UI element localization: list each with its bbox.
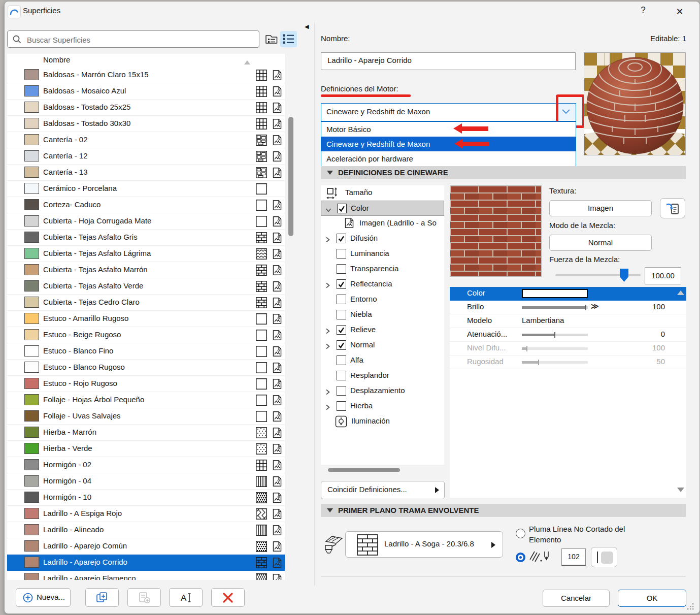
search-box[interactable] xyxy=(7,30,259,48)
fill-pattern-icon[interactable] xyxy=(256,118,267,130)
import-texture-button[interactable] xyxy=(660,198,685,218)
tree-checkbox[interactable] xyxy=(337,310,346,319)
fill-pattern-icon[interactable] xyxy=(256,427,267,438)
property-slider[interactable] xyxy=(522,306,588,309)
surface-row[interactable]: Baldosas - Mosaico Azul xyxy=(7,83,285,100)
chevron-right-icon[interactable] xyxy=(325,342,330,351)
property-row[interactable]: ModeloLambertiana xyxy=(450,314,686,328)
fill-pattern-icon[interactable] xyxy=(256,297,267,308)
surface-row[interactable]: Cubierta - Tejas Asfalto Marrón xyxy=(7,262,285,278)
tree-item[interactable]: Entorno xyxy=(321,292,444,307)
surface-row[interactable]: Cubierta - Tejas Asfalto Verde xyxy=(7,278,285,295)
fill-pattern-icon[interactable] xyxy=(256,557,267,568)
texture-image-icon[interactable] xyxy=(272,541,283,552)
surface-row[interactable]: Cantería - 12 xyxy=(7,148,285,165)
texture-image-icon[interactable] xyxy=(272,281,283,292)
blend-mode-button[interactable]: Normal xyxy=(549,235,652,251)
chevron-right-icon[interactable] xyxy=(325,388,330,397)
surface-row[interactable]: Hierba - Marrón xyxy=(7,425,285,441)
fill-pattern-icon[interactable] xyxy=(256,378,267,390)
fill-pattern-icon[interactable] xyxy=(256,492,267,503)
tree-item[interactable]: Hierba xyxy=(321,399,444,414)
pen-color-preview-button[interactable] xyxy=(591,547,617,567)
texture-image-icon[interactable] xyxy=(272,86,283,97)
ok-button[interactable]: OK xyxy=(618,590,686,607)
fill-pattern-icon[interactable] xyxy=(256,395,267,406)
engine-select[interactable]: Cineware y Redshift de Maxon xyxy=(321,103,576,121)
surface-row[interactable]: Cantería - 02 xyxy=(7,132,285,148)
tree-item[interactable]: Normal xyxy=(321,338,444,353)
texture-image-icon[interactable] xyxy=(272,525,283,536)
chevron-right-icon[interactable] xyxy=(325,236,330,244)
tree-checkbox[interactable] xyxy=(337,371,346,380)
cineware-section-header[interactable]: DEFINICIONES DE CINEWARE xyxy=(321,166,686,179)
engine-option[interactable]: Motor Básico xyxy=(321,122,576,137)
pen-number-field[interactable]: 102 xyxy=(561,548,586,566)
surface-row[interactable]: Cubierta - Tejas Cedro Claro xyxy=(7,295,285,311)
surface-row[interactable]: Follaje - Uvas Salvajes xyxy=(7,408,285,425)
fill-pattern-icon[interactable] xyxy=(256,541,267,552)
texture-image-icon[interactable] xyxy=(272,265,283,276)
texture-image-icon[interactable] xyxy=(272,346,283,357)
texture-image-icon[interactable] xyxy=(272,330,283,341)
tree-item[interactable]: Luminancia xyxy=(321,246,444,262)
fill-pattern-icon[interactable] xyxy=(256,167,267,178)
texture-image-icon[interactable] xyxy=(272,411,283,422)
fill-pattern-icon[interactable] xyxy=(256,508,267,520)
surface-row[interactable]: Ladrillo - Aparejo Común xyxy=(7,538,285,555)
curve-icon[interactable]: ≫ xyxy=(591,302,599,311)
texture-image-icon[interactable] xyxy=(272,313,283,325)
surface-row[interactable]: Baldosas - Marrón Claro 15x15 xyxy=(7,67,285,83)
collapse-triangle-icon[interactable] xyxy=(327,508,333,512)
texture-image-icon[interactable] xyxy=(272,70,283,81)
chevron-right-icon[interactable] xyxy=(325,327,330,336)
texture-image-icon[interactable] xyxy=(272,248,283,260)
duplicate-surface-button[interactable] xyxy=(85,588,119,607)
column-header-name[interactable]: Nombre xyxy=(43,55,70,64)
tree-checkbox[interactable] xyxy=(337,401,346,411)
texture-image-icon[interactable] xyxy=(272,167,283,178)
texture-image-icon[interactable] xyxy=(272,492,283,503)
surface-row[interactable]: Hierba - Verde xyxy=(7,441,285,457)
delete-button[interactable] xyxy=(211,588,245,607)
panel-collapse-icon[interactable]: ◀ xyxy=(305,23,309,30)
list-header[interactable]: Nombre xyxy=(7,54,285,68)
property-value-text[interactable]: Lambertiana xyxy=(522,316,564,325)
tree-item[interactable]: Color xyxy=(321,201,444,216)
tree-item[interactable]: Transparencia xyxy=(321,262,444,277)
fill-pattern-icon[interactable] xyxy=(256,200,267,211)
surface-row[interactable]: Estuco - Blanco Fino xyxy=(7,343,285,360)
engine-option[interactable]: Aceleración por hardware xyxy=(321,151,576,166)
fill-pattern-icon[interactable] xyxy=(256,525,267,536)
tree-item[interactable]: Tamaño xyxy=(321,185,444,201)
fill-pattern-icon[interactable] xyxy=(256,443,267,455)
list-view-button[interactable] xyxy=(280,31,297,47)
surface-name-field[interactable] xyxy=(321,52,576,70)
surface-row[interactable]: Cubierta - Tejas Asfalto Lágrima xyxy=(7,246,285,262)
fill-pattern-icon[interactable] xyxy=(256,313,267,325)
fill-pattern-icon[interactable] xyxy=(256,573,267,580)
surface-row[interactable]: Follaje - Hojas Árbol Pequeño xyxy=(7,392,285,408)
list-scrollbar[interactable] xyxy=(288,117,293,236)
color-properties-table[interactable]: ColorBrillo≫100ModeloLambertianaAtenuaci… xyxy=(450,287,686,498)
new-surface-button[interactable]: Nueva... xyxy=(16,588,71,607)
property-slider[interactable] xyxy=(522,361,588,364)
property-row[interactable]: Brillo≫100 xyxy=(450,301,686,314)
tree-item[interactable]: Niebla xyxy=(321,307,444,322)
tree-item[interactable]: Desplazamiento xyxy=(321,383,444,399)
tree-item[interactable]: Difusión xyxy=(321,231,444,246)
surface-row[interactable]: Ladrillo - A Espiga Rojo xyxy=(7,506,285,522)
fill-pattern-icon[interactable] xyxy=(256,183,267,195)
texture-type-button[interactable]: Imagen xyxy=(549,200,652,216)
folder-view-button[interactable] xyxy=(263,31,280,47)
chevron-down-icon[interactable] xyxy=(325,206,331,214)
texture-image-icon[interactable] xyxy=(272,200,283,211)
hatch-section-header[interactable]: PRIMER PLANO TRAMA ENVOLVENTE xyxy=(321,504,686,517)
tree-checkbox[interactable] xyxy=(337,204,347,213)
fill-pattern-icon[interactable] xyxy=(256,476,267,487)
texture-image-icon[interactable] xyxy=(272,557,283,568)
panel-splitter[interactable] xyxy=(314,22,315,586)
surface-row[interactable]: Cubierta - Tejas Asfalto Gris xyxy=(7,230,285,246)
texture-image-icon[interactable] xyxy=(272,362,283,373)
surface-row[interactable]: Estuco - Amarillo Rugoso xyxy=(7,311,285,327)
